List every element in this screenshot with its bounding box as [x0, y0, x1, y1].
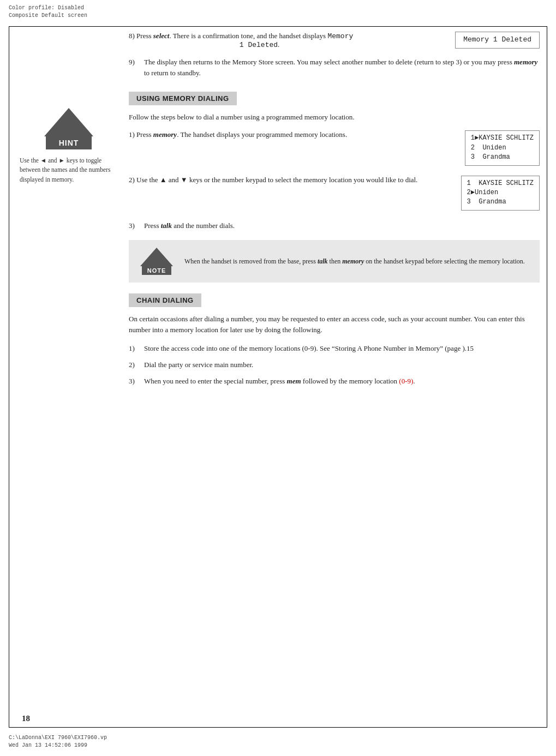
- chain-step-2-text: Dial the party or service main number.: [144, 359, 253, 370]
- step-8-body: 8) Press select. There is a confirmation…: [129, 32, 444, 49]
- chain-dialing-section: CHAIN DIALING On certain occasions after…: [129, 291, 540, 387]
- memory-step-1-num: 1): [129, 130, 136, 139]
- chain-step-2: 2) Dial the party or service main number…: [129, 359, 540, 370]
- memory-step-1-text: Press memory. The handset displays your …: [136, 130, 347, 139]
- mem-display-1-line3: 3 Grandma: [471, 153, 534, 162]
- memory-step-2-num: 2): [129, 176, 136, 184]
- note-triangle-icon: [140, 248, 173, 266]
- hint-box: HINT: [20, 108, 118, 149]
- top-metadata: Color profile: Disabled Composite Defaul…: [9, 4, 87, 20]
- chain-step-1-text: Store the access code into one of the me…: [144, 343, 474, 354]
- page-border-bottom: [9, 727, 547, 728]
- note-box: NOTE When the handset is removed from th…: [129, 240, 540, 283]
- main-content: 8) Press select. There is a confirmation…: [129, 32, 540, 393]
- memory-step-1: 1) Press memory. The handset displays yo…: [129, 130, 540, 165]
- bottom-metadata: C:\LaDonna\EXI 7960\EXI7960.vp Wed Jan 1…: [9, 734, 107, 749]
- step-9-number: 9): [129, 57, 144, 79]
- note-icon-wrap: NOTE: [137, 248, 176, 275]
- memory-display-2: 1 KAYSIE SCHLITZ 2►Uniden 3 Grandma: [456, 176, 540, 211]
- hint-sidebar: HINT Use the ◄ and ► keys to toggle betw…: [20, 108, 118, 184]
- memory-step-3-num: 3): [129, 220, 144, 231]
- mem-display-2-line3: 3 Grandma: [467, 197, 534, 207]
- note-label: NOTE: [142, 266, 172, 275]
- step-8-text: Press select. There is a confirmation to…: [129, 32, 353, 49]
- page-border-right: [547, 26, 547, 728]
- step-8-number: 8): [129, 32, 136, 40]
- page-border-top: [9, 26, 547, 27]
- memory-display-box-2: 1 KAYSIE SCHLITZ 2►Uniden 3 Grandma: [461, 176, 540, 211]
- mem-display-2-line1: 1 KAYSIE SCHLITZ: [467, 179, 534, 188]
- chain-step-1-num: 1): [129, 343, 144, 354]
- note-text: When the handset is removed from the bas…: [184, 256, 525, 267]
- mem-display-2-line2: 2►Uniden: [467, 188, 534, 197]
- memory-step-2-text: Use the ▲ and ▼ keys or the number keypa…: [136, 176, 417, 184]
- step-9: 9) The display then returns to the Memor…: [129, 57, 540, 79]
- using-memory-dialing-header: USING MEMORY DIALING: [129, 92, 237, 105]
- chain-step-3: 3) When you need to enter the special nu…: [129, 376, 540, 387]
- chain-dialing-header: CHAIN DIALING: [129, 293, 201, 307]
- mem-display-1-line1: 1►KAYSIE SCHLITZ: [471, 134, 534, 143]
- using-memory-intro: Follow the steps below to dial a number …: [129, 112, 540, 123]
- hint-text: Use the ◄ and ► keys to toggle between t…: [20, 156, 118, 184]
- hint-triangle-icon: [44, 108, 93, 136]
- chain-step-1: 1) Store the access code into one of the…: [129, 343, 540, 354]
- content-area: HINT Use the ◄ and ► keys to toggle betw…: [20, 32, 540, 723]
- chain-step-3-num: 3): [129, 376, 144, 387]
- memory-step-3: 3) Press talk and the number dials.: [129, 220, 540, 231]
- mem-display-1-line2: 2 Uniden: [471, 143, 534, 153]
- hint-label: HINT: [46, 136, 92, 149]
- memory-step-2-body: 2) Use the ▲ and ▼ keys or the number ke…: [129, 176, 445, 184]
- chain-step-3-text: When you need to enter the special numbe…: [144, 376, 415, 387]
- step-8: 8) Press select. There is a confirmation…: [129, 32, 540, 49]
- page-border-left: [9, 26, 9, 728]
- memory-deleted-box: Memory 1 Deleted: [455, 32, 540, 49]
- memory-step-3-text: Press talk and the number dials.: [144, 220, 540, 231]
- display-memory-deleted: Memory 1 Deleted: [455, 32, 540, 49]
- chain-step-2-num: 2): [129, 359, 144, 370]
- using-memory-dialing-section: USING MEMORY DIALING Follow the steps be…: [129, 89, 540, 283]
- memory-display-box-1: 1►KAYSIE SCHLITZ 2 Uniden 3 Grandma: [465, 130, 540, 165]
- chain-dialing-intro: On certain occasions after dialing a num…: [129, 314, 540, 335]
- memory-step-2: 2) Use the ▲ and ▼ keys or the number ke…: [129, 176, 540, 211]
- step-9-body: The display then returns to the Memory S…: [144, 57, 540, 79]
- memory-display-1: 1►KAYSIE SCHLITZ 2 Uniden 3 Grandma: [459, 130, 540, 165]
- memory-step-1-body: 1) Press memory. The handset displays yo…: [129, 130, 449, 139]
